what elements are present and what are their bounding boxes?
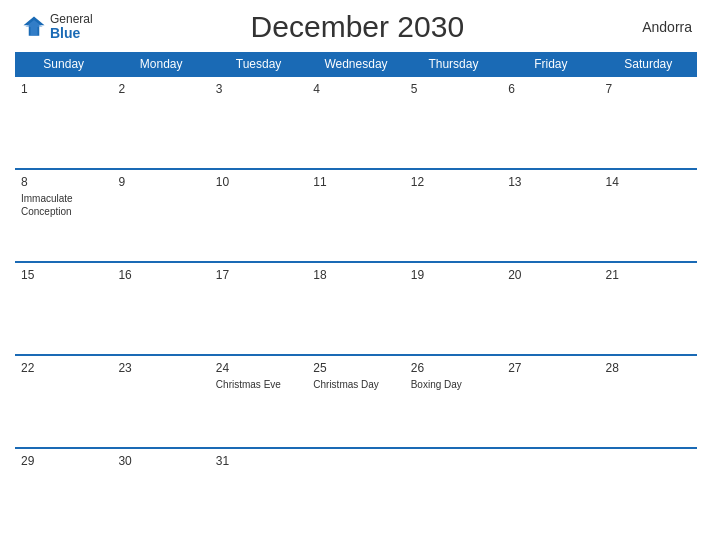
calendar-container: General Blue December 2030 Andorra Sunda… xyxy=(0,0,712,550)
day-cell-13: 13 xyxy=(502,170,599,261)
header-friday: Friday xyxy=(502,52,599,76)
day-headers: Sunday Monday Tuesday Wednesday Thursday… xyxy=(15,52,697,76)
header-wednesday: Wednesday xyxy=(307,52,404,76)
header-thursday: Thursday xyxy=(405,52,502,76)
header-monday: Monday xyxy=(112,52,209,76)
day-cell-14: 14 xyxy=(600,170,697,261)
day-cell-21: 21 xyxy=(600,263,697,354)
day-cell-29: 29 xyxy=(15,449,112,540)
week-row-5: 29 30 31 xyxy=(15,448,697,540)
day-cell-3: 3 xyxy=(210,77,307,168)
header-tuesday: Tuesday xyxy=(210,52,307,76)
day-cell-empty-2 xyxy=(405,449,502,540)
day-cell-6: 6 xyxy=(502,77,599,168)
day-cell-24: 24 Christmas Eve xyxy=(210,356,307,447)
day-cell-empty-4 xyxy=(600,449,697,540)
logo-general-text: General xyxy=(50,13,93,26)
weeks: 1 2 3 4 5 6 7 8 Immaculate Conception 9 … xyxy=(15,76,697,540)
day-cell-19: 19 xyxy=(405,263,502,354)
day-cell-30: 30 xyxy=(112,449,209,540)
day-cell-18: 18 xyxy=(307,263,404,354)
month-title: December 2030 xyxy=(93,10,622,44)
day-cell-23: 23 xyxy=(112,356,209,447)
day-cell-9: 9 xyxy=(112,170,209,261)
region-label: Andorra xyxy=(622,19,692,35)
logo-icon xyxy=(20,13,48,41)
week-row-1: 1 2 3 4 5 6 7 xyxy=(15,76,697,169)
week-row-4: 22 23 24 Christmas Eve 25 Christmas Day … xyxy=(15,355,697,448)
day-cell-16: 16 xyxy=(112,263,209,354)
day-cell-5: 5 xyxy=(405,77,502,168)
day-cell-1: 1 xyxy=(15,77,112,168)
day-cell-15: 15 xyxy=(15,263,112,354)
logo: General Blue xyxy=(20,13,93,42)
day-cell-empty-3 xyxy=(502,449,599,540)
header: General Blue December 2030 Andorra xyxy=(15,10,697,44)
day-cell-17: 17 xyxy=(210,263,307,354)
week-row-3: 15 16 17 18 19 20 21 xyxy=(15,262,697,355)
calendar-grid: Sunday Monday Tuesday Wednesday Thursday… xyxy=(15,52,697,540)
day-cell-empty-1 xyxy=(307,449,404,540)
logo-text: General Blue xyxy=(50,13,93,42)
logo-blue-text: Blue xyxy=(50,26,93,41)
header-saturday: Saturday xyxy=(600,52,697,76)
day-cell-7: 7 xyxy=(600,77,697,168)
day-cell-12: 12 xyxy=(405,170,502,261)
day-cell-4: 4 xyxy=(307,77,404,168)
day-cell-10: 10 xyxy=(210,170,307,261)
day-cell-25: 25 Christmas Day xyxy=(307,356,404,447)
day-cell-20: 20 xyxy=(502,263,599,354)
day-cell-28: 28 xyxy=(600,356,697,447)
day-cell-22: 22 xyxy=(15,356,112,447)
week-row-2: 8 Immaculate Conception 9 10 11 12 13 14 xyxy=(15,169,697,262)
day-cell-11: 11 xyxy=(307,170,404,261)
day-cell-2: 2 xyxy=(112,77,209,168)
day-cell-31: 31 xyxy=(210,449,307,540)
day-cell-27: 27 xyxy=(502,356,599,447)
day-cell-8: 8 Immaculate Conception xyxy=(15,170,112,261)
header-sunday: Sunday xyxy=(15,52,112,76)
day-cell-26: 26 Boxing Day xyxy=(405,356,502,447)
